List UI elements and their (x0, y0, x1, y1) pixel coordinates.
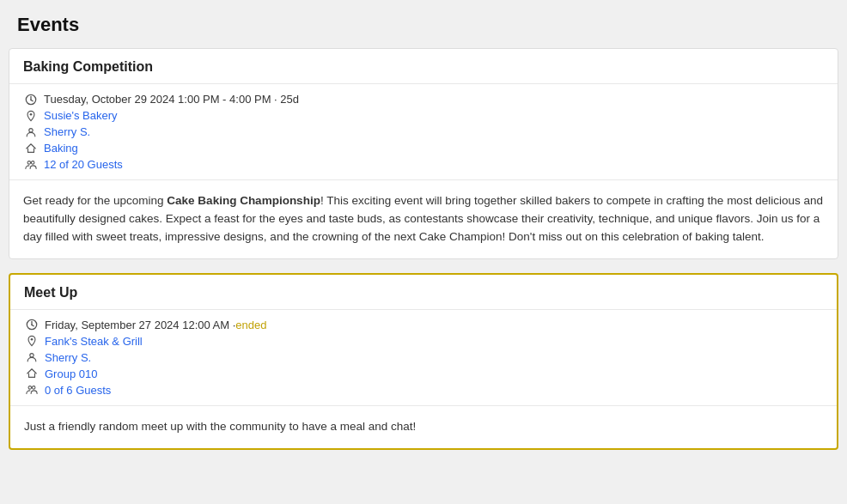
page-header: Events (0, 0, 847, 48)
meta-location-link[interactable]: Susie's Bakery (44, 109, 118, 122)
meta-guests-link[interactable]: 0 of 6 Guests (45, 384, 111, 397)
person-icon (24, 351, 40, 363)
event-description: Just a friendly random meet up with the … (10, 406, 837, 448)
svg-point-6 (31, 161, 34, 164)
event-meta: Friday, September 27 2024 12:00 AM · end… (10, 310, 837, 406)
meta-organizer-row: Sherry S. (24, 351, 823, 364)
meta-guests-link[interactable]: 12 of 20 Guests (44, 158, 123, 171)
guests-icon (23, 159, 39, 171)
event-card-baking-competition: Baking CompetitionTuesday, October 29 20… (9, 48, 838, 259)
page-title: Events (17, 14, 830, 36)
svg-line-9 (32, 325, 34, 326)
event-status-badge: ended (235, 319, 266, 331)
meta-organizer-link[interactable]: Sherry S. (44, 125, 90, 138)
meta-category-row: Baking (23, 142, 824, 155)
guests-icon (24, 384, 40, 396)
meta-datetime-text: Friday, September 27 2024 12:00 AM · (45, 319, 235, 331)
meta-datetime-text: Tuesday, October 29 2024 1:00 PM - 4:00 … (44, 93, 299, 106)
home-icon (24, 367, 40, 380)
meta-category-link[interactable]: Group 010 (45, 367, 97, 380)
meta-guests-row: 12 of 20 Guests (23, 158, 824, 171)
meta-guests-row: 0 of 6 Guests (24, 384, 823, 397)
meta-datetime-row: Tuesday, October 29 2024 1:00 PM - 4:00 … (23, 93, 824, 106)
svg-point-12 (28, 386, 32, 390)
event-card-meet-up: Meet UpFriday, September 27 2024 12:00 A… (9, 273, 838, 450)
meta-location-row: Susie's Bakery (23, 109, 824, 122)
person-icon (23, 126, 39, 138)
meta-organizer-row: Sherry S. (23, 125, 824, 138)
event-meta: Tuesday, October 29 2024 1:00 PM - 4:00 … (9, 84, 838, 180)
svg-point-10 (31, 338, 34, 341)
svg-point-3 (30, 112, 33, 115)
event-header: Meet Up (10, 275, 837, 310)
event-description: Get ready for the upcoming Cake Baking C… (9, 180, 838, 258)
meta-category-row: Group 010 (24, 367, 823, 380)
meta-category-link[interactable]: Baking (44, 142, 78, 155)
svg-point-5 (27, 161, 31, 164)
svg-point-4 (29, 128, 33, 131)
home-icon (23, 143, 39, 155)
location-icon (23, 110, 39, 122)
meta-location-row: Fank's Steak & Grill (24, 335, 823, 348)
svg-point-13 (32, 386, 35, 390)
svg-line-2 (31, 100, 33, 100)
svg-point-11 (30, 354, 34, 357)
clock-icon (24, 319, 40, 331)
meta-organizer-link[interactable]: Sherry S. (45, 351, 91, 364)
meta-location-link[interactable]: Fank's Steak & Grill (45, 335, 143, 348)
clock-icon (23, 94, 39, 106)
page-content: Baking CompetitionTuesday, October 29 20… (0, 48, 847, 472)
meta-datetime-row: Friday, September 27 2024 12:00 AM · end… (24, 319, 823, 331)
event-header: Baking Competition (9, 49, 838, 84)
location-icon (24, 335, 40, 347)
event-title: Baking Competition (23, 59, 824, 75)
event-title: Meet Up (24, 285, 823, 301)
